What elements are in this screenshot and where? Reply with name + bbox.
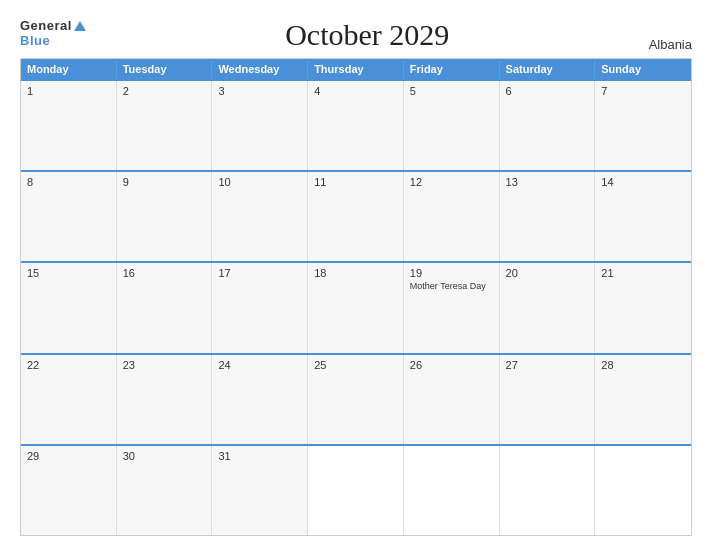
logo-blue-text: Blue <box>20 33 50 48</box>
week-row-5: 29 30 31 <box>21 444 691 535</box>
day-1: 1 <box>21 81 117 170</box>
day-6: 6 <box>500 81 596 170</box>
day-18: 18 <box>308 263 404 352</box>
logo: General Blue <box>20 18 86 48</box>
country-label: Albania <box>649 37 692 52</box>
day-3: 3 <box>212 81 308 170</box>
day-7: 7 <box>595 81 691 170</box>
weeks-container: 1 2 3 4 5 6 7 8 9 10 11 12 13 14 15 16 <box>21 79 691 535</box>
logo-triangle-icon <box>74 21 86 31</box>
calendar-title: October 2029 <box>86 18 649 52</box>
day-11: 11 <box>308 172 404 261</box>
day-empty-1 <box>308 446 404 535</box>
week-row-4: 22 23 24 25 26 27 28 <box>21 353 691 444</box>
day-26: 26 <box>404 355 500 444</box>
day-4: 4 <box>308 81 404 170</box>
day-5: 5 <box>404 81 500 170</box>
day-13: 13 <box>500 172 596 261</box>
day-empty-2 <box>404 446 500 535</box>
day-12: 12 <box>404 172 500 261</box>
day-14: 14 <box>595 172 691 261</box>
day-24: 24 <box>212 355 308 444</box>
col-tuesday: Tuesday <box>117 59 213 79</box>
column-headers: Monday Tuesday Wednesday Thursday Friday… <box>21 59 691 79</box>
week-row-1: 1 2 3 4 5 6 7 <box>21 79 691 170</box>
col-friday: Friday <box>404 59 500 79</box>
day-29: 29 <box>21 446 117 535</box>
day-30: 30 <box>117 446 213 535</box>
logo-general-text: General <box>20 18 72 33</box>
header: General Blue October 2029 Albania <box>20 18 692 52</box>
day-20: 20 <box>500 263 596 352</box>
week-row-2: 8 9 10 11 12 13 14 <box>21 170 691 261</box>
day-23: 23 <box>117 355 213 444</box>
day-15: 15 <box>21 263 117 352</box>
day-9: 9 <box>117 172 213 261</box>
day-22: 22 <box>21 355 117 444</box>
col-saturday: Saturday <box>500 59 596 79</box>
col-monday: Monday <box>21 59 117 79</box>
calendar-page: General Blue October 2029 Albania Monday… <box>0 0 712 550</box>
day-31: 31 <box>212 446 308 535</box>
col-thursday: Thursday <box>308 59 404 79</box>
mother-teresa-day-event: Mother Teresa Day <box>410 281 493 293</box>
day-25: 25 <box>308 355 404 444</box>
day-empty-3 <box>500 446 596 535</box>
day-28: 28 <box>595 355 691 444</box>
title-area: October 2029 <box>86 18 649 52</box>
day-empty-4 <box>595 446 691 535</box>
day-10: 10 <box>212 172 308 261</box>
day-27: 27 <box>500 355 596 444</box>
day-8: 8 <box>21 172 117 261</box>
day-2: 2 <box>117 81 213 170</box>
day-17: 17 <box>212 263 308 352</box>
day-21: 21 <box>595 263 691 352</box>
day-16: 16 <box>117 263 213 352</box>
calendar-grid: Monday Tuesday Wednesday Thursday Friday… <box>20 58 692 536</box>
day-19: 19 Mother Teresa Day <box>404 263 500 352</box>
col-sunday: Sunday <box>595 59 691 79</box>
col-wednesday: Wednesday <box>212 59 308 79</box>
week-row-3: 15 16 17 18 19 Mother Teresa Day 20 21 <box>21 261 691 352</box>
